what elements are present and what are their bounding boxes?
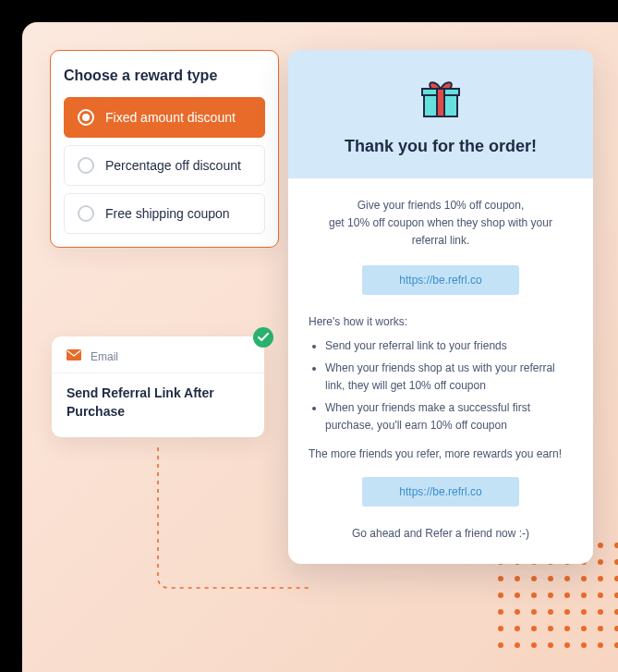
reward-option-shipping[interactable]: Free shipping coupon [64,193,265,234]
reward-type-panel: Choose a reward type Fixed amount discou… [50,50,279,248]
email-step-card[interactable]: Email Send Referral Link After Purchase [52,336,264,437]
reward-option-label: Fixed amount discount [105,110,236,125]
reward-option-label: Free shipping coupon [105,206,230,221]
preview-outro-text: The more friends you refer, more rewards… [309,447,573,460]
how-item: When your friends make a successful firs… [325,399,573,434]
reward-option-percentage[interactable]: Percentage off discount [64,145,265,186]
preview-cta-text: Go ahead and Refer a friend now :-) [309,527,573,540]
status-check-icon [253,327,273,348]
email-card-title: Send Referral Link After Purchase [52,373,264,437]
reward-option-label: Percentage off discount [105,158,241,173]
referral-link-chip[interactable]: https://be.refrl.co [362,477,519,507]
preview-heading: Thank you for the order! [307,137,575,156]
email-preview-card: Thank you for the order! Give your frien… [288,50,593,564]
gift-icon [418,76,463,120]
email-icon [67,349,81,363]
radio-icon [78,109,94,126]
how-it-works-list: Send your referral link to your friends … [309,337,573,434]
how-item: Send your referral link to your friends [325,337,573,355]
referral-link-chip[interactable]: https://be.refrl.co [362,265,519,295]
reward-type-title: Choose a reward type [64,67,265,84]
preview-header: Thank you for the order! [288,50,593,178]
email-tag-label: Email [91,350,118,363]
preview-intro-text: Give your friends 10% off coupon, get 10… [309,197,573,250]
canvas: Choose a reward type Fixed amount discou… [22,22,618,672]
how-item: When your friends shop at us with your r… [325,360,573,394]
radio-icon [78,157,94,174]
preview-body: Give your friends 10% off coupon, get 10… [288,178,593,564]
radio-icon [78,205,94,222]
reward-option-fixed[interactable]: Fixed amount discount [64,97,265,138]
svg-rect-3 [437,89,444,116]
how-it-works-title: Here's how it works: [309,315,573,328]
connector-line [157,447,309,595]
